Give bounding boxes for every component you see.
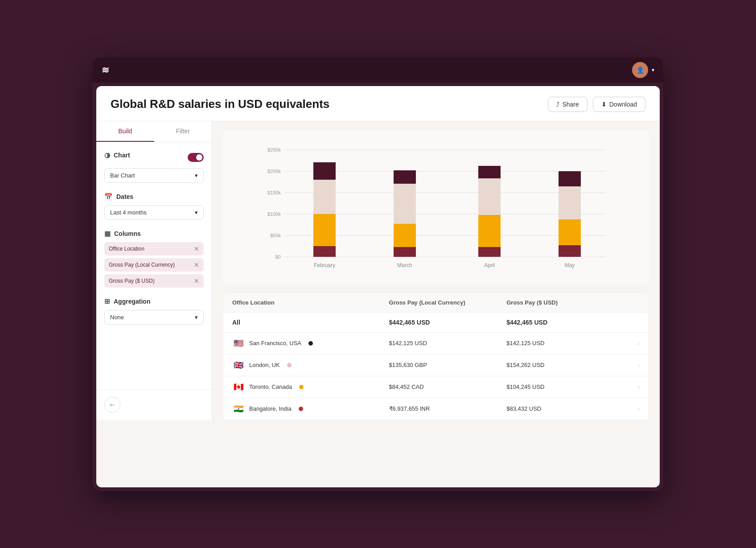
column-tag-gross-local: Gross Pay (Local Currency) ✕ [104,258,204,272]
svg-text:$0: $0 [275,254,281,260]
col-header-location: Office Location [232,299,389,306]
bar-chart-container: $250k $200k $150k $100k $50k $0 [223,130,649,284]
svg-text:$50k: $50k [270,233,281,238]
svg-rect-24 [559,245,581,257]
col-header-action [624,299,640,306]
svg-rect-19 [394,170,416,184]
aggregation-icon: ⊞ [104,297,110,305]
remove-column-office-button[interactable]: ✕ [194,245,199,252]
location-name-sf: San Francisco, USA [249,340,301,346]
chart-label: Chart [114,152,130,159]
sidebar: Build Filter ◑ Chart [96,121,212,420]
tab-filter[interactable]: Filter [154,121,212,142]
dates-section: 📅 Dates Last 4 months ▾ [104,193,204,220]
svg-rect-17 [394,224,416,247]
svg-text:$100k: $100k [267,211,281,217]
cell-gross-local-toronto: $84,452 CAD [389,383,507,390]
dates-section-label: 📅 Dates [104,193,204,201]
location-name-bangalore: Bangalore, India [249,405,292,412]
cell-gross-local-london: $135,630 GBP [389,362,507,368]
svg-rect-16 [394,247,416,257]
svg-rect-18 [394,184,416,224]
columns-section: ▦ Columns Office Location ✕ Gross Pay (L… [104,230,204,288]
dates-dropdown[interactable]: Last 4 months ▾ [104,205,204,220]
table-row-london[interactable]: 🇬🇧 London, UK $135,630 GBP $154,262 USD … [223,354,649,376]
column-tag-office: Office Location ✕ [104,242,204,255]
table-row-toronto[interactable]: 🇨🇦 Toronto, Canada $84,452 CAD $104,245 … [223,376,649,398]
chart-section-label: ◑ Chart [104,151,130,159]
svg-rect-22 [478,178,501,215]
avatar: 👤 [632,62,648,78]
dates-value: Last 4 months [110,209,147,216]
remove-column-usd-button[interactable]: ✕ [194,277,199,284]
cell-location-london: 🇬🇧 London, UK [232,361,389,370]
cell-chevron-bangalore[interactable]: › [624,405,640,412]
svg-rect-23 [478,166,501,178]
svg-rect-14 [313,180,336,214]
aggregation-dropdown[interactable]: None ▾ [104,310,204,325]
cell-gross-local-sf: $142,125 USD [389,340,507,346]
share-button[interactable]: ⤴ Share [548,97,587,112]
chart-type-dropdown[interactable]: Bar Chart ▾ [104,168,204,183]
svg-rect-13 [313,214,336,246]
chart-icon: ◑ [104,151,110,159]
header-actions: ⤴ Share ⬇ Download [548,97,645,112]
download-label: Download [609,101,637,108]
table-row-bangalore[interactable]: 🇮🇳 Bangalore, India ₹6,937,655 INR $83,4… [223,398,649,420]
back-button[interactable]: ← [104,397,120,413]
user-menu[interactable]: 👤 ▾ [632,62,654,78]
table-row-all: All $442,465 USD $442,465 USD [223,313,649,333]
download-icon: ⬇ [601,101,607,108]
cell-gross-usd-toronto: $104,245 USD [506,383,624,390]
cell-location-all: All [232,319,389,326]
cell-chevron-toronto[interactable]: › [624,383,640,391]
share-icon: ⤴ [556,101,559,108]
toggle-knob [196,154,202,161]
table-row-sf[interactable]: 🇺🇸 San Francisco, USA $142,125 USD $142,… [223,333,649,354]
dates-label: Dates [116,193,133,200]
columns-icon: ▦ [104,230,111,238]
top-bar: ≋ 👤 ▾ [93,58,663,82]
svg-rect-26 [559,186,581,219]
svg-rect-20 [478,247,501,257]
cell-location-toronto: 🇨🇦 Toronto, Canada [232,383,389,391]
location-name-toronto: Toronto, Canada [249,383,292,390]
svg-text:$150k: $150k [267,190,281,195]
chevron-down-icon: ▾ [652,67,654,73]
svg-rect-12 [313,246,336,257]
cell-chevron-sf[interactable]: › [624,340,640,347]
cell-chevron-london[interactable]: › [624,362,640,369]
content-layout: Build Filter ◑ Chart [96,121,660,420]
table-header: Office Location Gross Pay (Local Currenc… [223,293,649,313]
columns-section-label: ▦ Columns [104,230,204,238]
chart-section: ◑ Chart Bar Chart ▾ [104,151,204,183]
svg-rect-25 [559,219,581,245]
col-header-gross-local: Gross Pay (Local Currency) [389,299,507,306]
svg-rect-27 [559,171,581,186]
columns-label: Columns [114,230,141,237]
calendar-icon: 📅 [104,193,113,201]
column-tag-gross-usd: Gross Pay ($ USD) ✕ [104,274,204,288]
column-tag-label: Office Location [109,246,144,252]
cell-location-sf: 🇺🇸 San Francisco, USA [232,339,389,348]
flag-usa: 🇺🇸 [232,339,245,348]
svg-rect-21 [478,215,501,247]
remove-column-local-button[interactable]: ✕ [194,261,199,268]
page-header: Global R&D salaries in USD equivalents ⤴… [96,86,660,121]
logo-icon: ≋ [102,65,110,75]
dot-bangalore [299,407,303,411]
app-window: ≋ 👤 ▾ Global R&D salaries in USD equival… [93,58,663,491]
chart-toggle[interactable] [188,153,204,162]
chart-area: $250k $200k $150k $100k $50k $0 [212,121,660,420]
sidebar-footer: ← [96,389,212,420]
tab-build[interactable]: Build [96,121,154,142]
page-title: Global R&D salaries in USD equivalents [111,97,329,111]
download-button[interactable]: ⬇ Download [593,97,645,112]
dot-sf [308,341,313,346]
cell-gross-usd-sf: $142,125 USD [506,340,624,346]
cell-gross-local-bangalore: ₹6,937,655 INR [389,405,507,412]
column-tag-label: Gross Pay (Local Currency) [109,262,175,268]
main-content: Global R&D salaries in USD equivalents ⤴… [96,86,660,487]
svg-rect-15 [313,162,336,180]
svg-text:$250k: $250k [267,147,281,152]
